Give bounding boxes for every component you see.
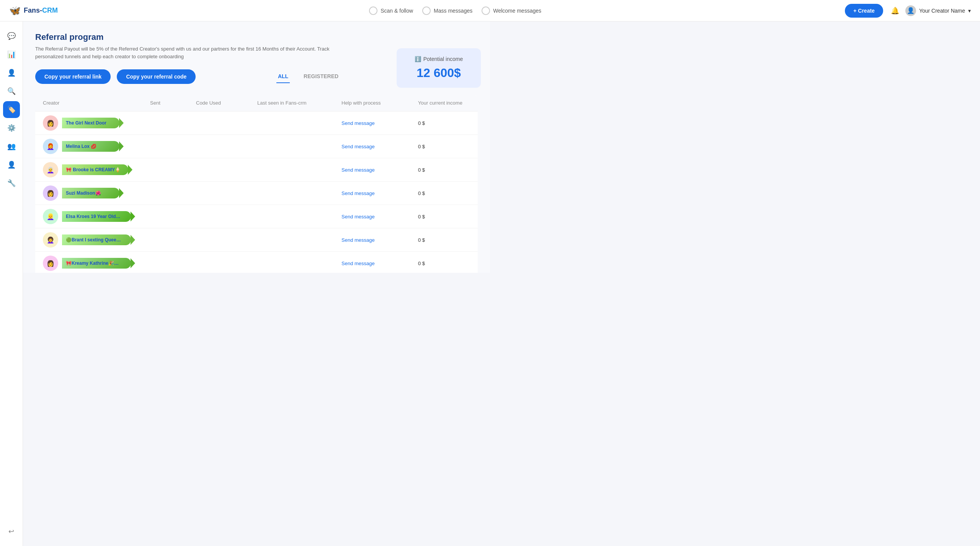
nav-mass-messages[interactable]: Mass messages (422, 7, 472, 15)
income-card-header: ℹ️ Potential income (409, 56, 469, 62)
creator-avatar: 👱‍♀️ (43, 209, 58, 224)
arrow-icon (119, 188, 124, 198)
sidebar-item-tools[interactable]: 🔧 (3, 175, 20, 192)
mass-messages-circle (422, 7, 431, 15)
info-icon: ℹ️ (415, 56, 421, 62)
logo[interactable]: 🦋 Fans-CRM (9, 5, 58, 16)
creator-cell: 👩 The Girl Next Door (43, 115, 150, 131)
sidebar-item-profile[interactable]: 👤 (3, 64, 20, 81)
creator-name-tag: 🎀Kreamy Kathrine🎉🦋 20... (62, 258, 131, 269)
nav-welcome-messages[interactable]: Welcome messages (482, 7, 490, 15)
creator-cell: 👱‍♀️ Elsa Kroes 19 Year Old🌟 FREE PAGE (43, 209, 150, 224)
help-cell: Send message (341, 143, 418, 150)
creator-name-tag: 🟢Brant I sexting Queen🔥 (62, 234, 131, 245)
table-header: Creator Sent Code Used Last seen in Fans… (35, 95, 478, 111)
send-message-link[interactable]: Send message (341, 237, 375, 243)
creator-name: 🟢Brant I sexting Queen🔥 (66, 237, 123, 243)
table-row: 👩 The Girl Next Door Send message 0 $ (35, 111, 478, 135)
creator-name: Elsa Kroes 19 Year Old🌟 FREE PAGE (66, 214, 123, 219)
scan-follow-label: Scan & follow (381, 8, 413, 14)
table-body: 👩 The Girl Next Door Send message 0 $ 👩‍… (35, 111, 478, 273)
copy-link-button[interactable]: Copy your referral link (35, 69, 111, 84)
creator-avatar: 👩 (43, 185, 58, 201)
table-row: 👩‍🦰 Melina Lox 💋 Send message 0 $ (35, 135, 478, 158)
creator-avatar: 👩‍🦱 (43, 232, 58, 248)
creator-avatar: 👩 (43, 115, 58, 131)
creator-name: 🎀 Brooke is CREAMY🍦 (66, 167, 121, 172)
welcome-messages-circle (482, 7, 490, 15)
help-cell: Send message (341, 260, 418, 267)
col-last-seen: Last seen in Fans-crm (257, 100, 341, 106)
sidebar-item-analytics[interactable]: 📊 (3, 46, 20, 63)
sidebar-item-messages[interactable]: 💬 (3, 28, 20, 44)
creator-cell: 👩 Suzi Madison🌺 (43, 185, 150, 201)
creator-name-tag: The Girl Next Door (62, 118, 119, 128)
topbar: 🦋 Fans-CRM Scan & follow Mass messages W… (0, 0, 490, 21)
arrow-icon (131, 212, 135, 221)
page-title: Referral program (35, 32, 478, 42)
income-cell: 0 $ (418, 190, 478, 196)
creator-avatar: 👩‍🦳 (43, 162, 58, 177)
creator-cell: 👩‍🦳 🎀 Brooke is CREAMY🍦 (43, 162, 150, 177)
creator-name: Suzi Madison🌺 (66, 190, 112, 196)
tabs: ALL REGISTERED (202, 70, 414, 83)
arrow-icon (119, 118, 124, 128)
sidebar-item-referral[interactable]: 🏷️ (3, 101, 20, 118)
creator-name: Melina Lox 💋 (66, 144, 112, 149)
help-cell: Send message (341, 213, 418, 220)
help-cell: Send message (341, 236, 418, 243)
income-card: ℹ️ Potential income 12 600$ (397, 48, 481, 88)
creator-cell: 👩 🎀Kreamy Kathrine🎉🦋 20... (43, 256, 150, 271)
creator-name: 🎀Kreamy Kathrine🎉🦋 20... (66, 261, 123, 266)
creators-table: Creator Sent Code Used Last seen in Fans… (35, 95, 478, 273)
help-cell: Send message (341, 190, 418, 197)
income-cell: 0 $ (418, 237, 478, 243)
creator-avatar: 👩 (43, 256, 58, 271)
scan-follow-circle (369, 7, 377, 15)
arrow-icon (119, 141, 124, 151)
table-row: 👱‍♀️ Elsa Kroes 19 Year Old🌟 FREE PAGE S… (35, 205, 478, 228)
send-message-link[interactable]: Send message (341, 214, 375, 220)
col-code-used: Code Used (196, 100, 257, 106)
tab-all[interactable]: ALL (276, 70, 290, 83)
tab-registered[interactable]: REGISTERED (302, 70, 340, 83)
potential-income-label: Potential income (423, 56, 463, 62)
sidebar-item-search[interactable]: 🔍 (3, 83, 20, 100)
creator-avatar: 👩‍🦰 (43, 139, 58, 154)
send-message-link[interactable]: Send message (341, 144, 375, 149)
send-message-link[interactable]: Send message (341, 167, 375, 173)
sidebar-item-account[interactable]: 👤 (3, 156, 20, 173)
creator-cell: 👩‍🦱 🟢Brant I sexting Queen🔥 (43, 232, 150, 248)
nav-scan-follow[interactable]: Scan & follow (369, 7, 413, 15)
sidebar-item-team[interactable]: 👥 (3, 138, 20, 155)
arrow-icon (131, 235, 135, 245)
col-creator: Creator (43, 100, 150, 106)
nav-pills: Scan & follow Mass messages Welcome mess… (73, 7, 490, 15)
creator-name-tag: Elsa Kroes 19 Year Old🌟 FREE PAGE (62, 211, 131, 222)
potential-income-value: 12 600$ (409, 66, 469, 80)
creator-name-tag: Melina Lox 💋 (62, 141, 119, 152)
income-cell: 0 $ (418, 120, 478, 126)
copy-code-button[interactable]: Copy your referral code (117, 69, 196, 84)
col-income: Your current income (418, 100, 478, 106)
creator-name-tag: Suzi Madison🌺 (62, 188, 119, 198)
help-cell: Send message (341, 166, 418, 173)
creator-name-tag: 🎀 Brooke is CREAMY🍦 (62, 164, 128, 175)
main-content: ℹ️ Potential income 12 600$ Referral pro… (23, 21, 490, 273)
col-sent: Sent (150, 100, 196, 106)
send-message-link[interactable]: Send message (341, 120, 375, 126)
page-description: The Referral Payout will be 5% of the Re… (35, 45, 341, 60)
table-row: 👩‍🦱 🟢Brant I sexting Queen🔥 Send message… (35, 228, 478, 252)
sidebar-item-settings[interactable]: ⚙️ (3, 120, 20, 136)
send-message-link[interactable]: Send message (341, 190, 375, 196)
income-cell: 0 $ (418, 214, 478, 220)
sidebar: 💬 📊 👤 🔍 🏷️ ⚙️ 👥 👤 🔧 ↩ (0, 21, 23, 273)
send-message-link[interactable]: Send message (341, 261, 375, 266)
income-cell: 0 $ (418, 261, 478, 266)
income-cell: 0 $ (418, 167, 478, 173)
arrow-icon (131, 258, 135, 268)
creator-name: The Girl Next Door (66, 120, 112, 126)
table-row: 👩 🎀Kreamy Kathrine🎉🦋 20... Send message … (35, 252, 478, 273)
table-row: 👩 Suzi Madison🌺 Send message 0 $ (35, 182, 478, 205)
help-cell: Send message (341, 120, 418, 126)
